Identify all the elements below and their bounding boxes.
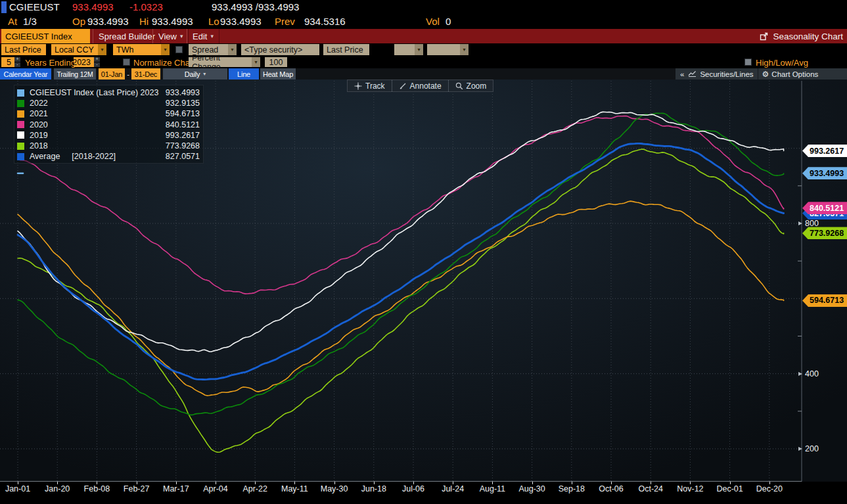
tab-trailing-12m[interactable]: Trailing 12M [54, 68, 96, 80]
legend-value: 594.6713 [166, 109, 200, 118]
tab-calendar-year[interactable]: Calendar Year [0, 68, 51, 80]
last-price-button[interactable]: Last Price [1, 44, 46, 55]
export-icon[interactable] [760, 32, 768, 41]
quote-line-2: At 1/3 Op 933.4993 Hi 933.4993 Lo 933.49… [0, 14, 847, 29]
legend-color-chip [17, 143, 24, 150]
series-average-2018-2022--line [18, 143, 784, 379]
legend-color-chip [17, 131, 24, 139]
empty-dropdown-2[interactable]: ▾ [427, 44, 469, 55]
legend-color-chip [17, 121, 24, 128]
zoom-button[interactable]: Zoom [448, 80, 493, 91]
quote-line-1: CGIEEUST 933.4993 -1.0323 933.4993 /933.… [0, 0, 847, 14]
high-low-avg-label: High/Low/Avg [756, 58, 808, 68]
legend-row[interactable]: 2018773.9268 [17, 141, 200, 151]
tab-line[interactable]: Line [229, 68, 259, 80]
track-button[interactable]: Track [348, 80, 392, 91]
collapse-icon[interactable]: « [680, 70, 684, 78]
x-axis-label: Oct-06 [599, 484, 624, 493]
legend-value: 840.5121 [166, 120, 200, 129]
legend-row[interactable]: 2022932.9135 [17, 98, 200, 108]
high-value: 933.4993 [152, 16, 193, 27]
open-label: Op [72, 16, 85, 27]
base-value-input[interactable]: 100 [265, 57, 287, 67]
legend-color-chip [17, 100, 24, 107]
legend-row[interactable]: 2020840.5121 [17, 120, 200, 130]
price-tag: 773.9268 [802, 227, 847, 239]
tick-arrow-icon [798, 221, 802, 225]
x-axis-label: Nov-12 [677, 484, 703, 493]
ticker-color-bar [1, 1, 7, 13]
price-field-dropdown[interactable]: Last Price [323, 44, 369, 55]
x-axis-label: Jun-18 [361, 484, 386, 493]
annotate-button[interactable]: Annotate [392, 80, 448, 91]
legend-row[interactable]: Average[2018-2022]827.0571 [17, 151, 200, 162]
vol-label: Vol [426, 16, 440, 27]
legend-row[interactable]: 2021594.6713 [17, 108, 200, 119]
legend-value: 932.9135 [166, 99, 200, 108]
high-low-avg-checkbox[interactable] [744, 58, 752, 66]
chevron-down-icon: ▾ [460, 44, 469, 55]
prev-value: 934.5316 [304, 16, 346, 27]
x-axis-label: Dec-20 [756, 484, 783, 493]
type-security-input[interactable]: <Type security> [241, 44, 319, 55]
unit-dropdown[interactable]: TWh ▾ [113, 44, 170, 55]
controls-row-1: Last Price Local CCY ▾ TWh ▾ Spread ▾ <T… [0, 43, 847, 57]
menubar: CGIEEUST Index Spread Builder View▾ Edit… [0, 29, 847, 43]
x-axis-label: Aug-11 [480, 484, 505, 493]
chevron-down-icon: ▾ [210, 33, 214, 39]
ending-year-input[interactable]: 2023 [74, 57, 94, 67]
legend-sublabel: [2018-2022] [72, 152, 116, 161]
x-axis-label: Jan-20 [45, 484, 70, 493]
prev-label: Prev [275, 16, 295, 27]
empty-dropdown-1[interactable]: ▾ [394, 44, 423, 55]
edit-menu[interactable]: Edit▾ [187, 29, 219, 43]
range-end-input[interactable]: 31-Dec [131, 68, 160, 80]
years-stepper[interactable]: +- [14, 57, 20, 67]
at-label: At [8, 16, 17, 27]
track-crosshair-icon [354, 82, 362, 90]
tick-arrow-icon [798, 372, 802, 376]
chevron-down-icon: ▾ [415, 44, 423, 55]
legend-label: 2018 [30, 141, 48, 150]
year-stepper[interactable]: +- [94, 57, 100, 67]
tick-arrow-icon [798, 447, 802, 451]
view-menu[interactable]: View▾ [152, 29, 189, 43]
range-start-input[interactable]: 01-Jan [99, 68, 125, 80]
x-axis-label: May-11 [281, 484, 308, 493]
y-axis-label: 400 [798, 369, 819, 378]
x-axis-label: Feb-27 [124, 484, 150, 493]
spread-checkbox[interactable] [175, 46, 183, 53]
x-axis-label: Jul-06 [402, 484, 424, 493]
normalize-checkbox[interactable] [123, 58, 130, 66]
legend-label: 2022 [30, 99, 48, 108]
pencil-icon [399, 82, 407, 90]
high-label: Hi [139, 16, 149, 27]
chevron-down-icon: ▾ [161, 44, 170, 55]
price-tag: 594.6713 [802, 294, 847, 307]
chart-options-button[interactable]: Chart Options [771, 70, 818, 78]
spread-builder-button[interactable]: Spread Builder [93, 29, 161, 43]
chevron-down-icon: ▾ [203, 71, 206, 77]
currency-dropdown[interactable]: Local CCY ▾ [51, 44, 106, 55]
years-count-input[interactable]: 5 [1, 57, 14, 67]
legend-row[interactable]: 2019993.2617 [17, 130, 200, 141]
legend-value: 773.9268 [166, 141, 200, 150]
legend-color-chip [17, 89, 24, 97]
magnifier-icon [455, 82, 463, 90]
legend-row[interactable]: CGIEEUST Index (Last Price) 2023933.4993 [17, 87, 200, 98]
x-axis-label: Jan-01 [5, 484, 30, 493]
legend-color-chip [17, 153, 24, 160]
security-input[interactable]: CGIEEUST Index [1, 29, 90, 43]
tab-heat-map[interactable]: Heat Map [260, 68, 296, 80]
x-axis-label: Mar-17 [163, 484, 189, 493]
legend-color-chip [17, 110, 24, 118]
securities-lines-button[interactable]: Securities/Lines [700, 70, 753, 78]
chevron-down-icon: ▾ [180, 33, 183, 39]
frequency-dropdown[interactable]: Daily▾ [163, 68, 227, 80]
line-chart-icon [688, 70, 697, 78]
price-tag: 840.5121 [802, 202, 847, 214]
price-tag: 993.2617 [802, 145, 847, 157]
ticker-symbol: CGIEEUST [9, 1, 60, 12]
change-mode-dropdown[interactable]: Percent Change ▾ [189, 57, 260, 67]
legend-value: 933.4993 [166, 88, 200, 97]
